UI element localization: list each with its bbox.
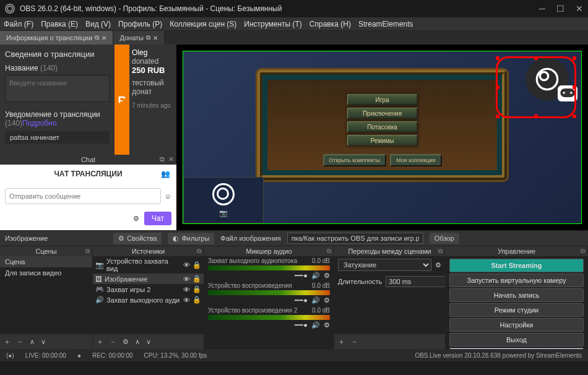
mixer-header[interactable]: Микшер аудио⧉ [204, 246, 334, 256]
mute-button[interactable]: 🔊 [311, 296, 320, 304]
menu-help[interactable]: Справка (H) [309, 20, 351, 28]
visibility-toggle[interactable]: 👁 [183, 286, 190, 293]
properties-button[interactable]: ⚙ Свойства [113, 233, 162, 244]
duration-label: Длительность [338, 278, 382, 285]
preview-area[interactable]: Игра Приключения Потасовка Режимы Открыт… [176, 45, 588, 230]
transitions-header[interactable]: Переходы между сценами⧉ [334, 246, 445, 256]
scene-item[interactable]: Для записи видео [0, 267, 92, 278]
start-virtual-cam-button[interactable]: Запустить виртуальную камеру [449, 274, 584, 287]
add-transition-button[interactable]: ＋ [338, 337, 345, 347]
controls-header[interactable]: Управление⧉ [446, 246, 587, 256]
se-support-button[interactable]: StreamElements Live Support [449, 348, 584, 349]
sources-header[interactable]: Источники⧉ [93, 246, 204, 256]
volume-slider[interactable]: ━━● [295, 272, 308, 280]
visibility-toggle[interactable]: 👁 [183, 296, 190, 304]
source-selection-box[interactable] [496, 56, 576, 118]
popout-icon[interactable]: ⧉ [327, 248, 331, 255]
duration-input[interactable] [386, 276, 445, 287]
popout-icon[interactable]: ⧉ [95, 34, 99, 41]
file-path-input[interactable] [287, 233, 423, 244]
source-props-button[interactable]: ⚙ [123, 338, 129, 346]
mixer-settings-button[interactable]: ⚙ [324, 321, 330, 329]
tab-donations[interactable]: Донаты⧉✕ [113, 31, 165, 45]
hs-brawl-button: Потасовка [347, 121, 418, 132]
menu-tools[interactable]: Инструменты (T) [244, 20, 301, 28]
menu-profile[interactable]: Профиль (P) [118, 20, 162, 28]
source-item[interactable]: Изображение [105, 275, 147, 283]
transition-props-button[interactable]: ⚙ [435, 261, 441, 269]
donation-amount: 250 RUB [132, 66, 174, 75]
popout-icon[interactable]: ⧉ [438, 248, 443, 255]
popout-icon[interactable]: ⧉ [581, 248, 585, 255]
transition-select[interactable]: Затухание [338, 259, 431, 271]
lock-toggle[interactable]: 🔒 [192, 296, 201, 304]
stream-name-input[interactable] [5, 75, 110, 102]
emoji-icon[interactable]: ☺ [165, 192, 171, 200]
scene-down-button[interactable]: ∨ [41, 338, 46, 346]
donation-time: 7 minutes ago [132, 102, 174, 109]
popout-icon[interactable]: ⧉ [146, 34, 150, 41]
mixer-db: 0.0 dB [312, 307, 330, 314]
maximize-button[interactable]: ☐ [556, 4, 564, 14]
mixer-settings-button[interactable]: ⚙ [324, 296, 330, 304]
close-icon[interactable]: ✕ [153, 35, 158, 41]
menu-edit[interactable]: Правка (E) [41, 20, 78, 28]
source-item[interactable]: Захват игры 2 [106, 286, 150, 293]
source-up-button[interactable]: ∧ [135, 338, 140, 346]
chat-message-input[interactable] [5, 188, 161, 204]
popout-icon[interactable]: ⧉ [85, 248, 90, 255]
chat-settings-icon[interactable]: ⚙ [133, 215, 139, 223]
menu-view[interactable]: Вид (V) [85, 20, 111, 28]
name-label: Название [5, 64, 38, 72]
exit-button[interactable]: Выход [449, 333, 584, 347]
scenes-header[interactable]: Сцены⧉ [0, 246, 92, 256]
minimize-button[interactable]: ─ [539, 4, 545, 14]
visibility-toggle[interactable]: 👁 [183, 261, 190, 269]
chat-dock-header[interactable]: Chat⧉✕ [0, 155, 176, 165]
volume-slider[interactable]: ━━● [295, 321, 308, 329]
remove-scene-button[interactable]: － [17, 337, 24, 347]
scene-item[interactable]: Сцена [0, 256, 92, 267]
lock-toggle[interactable]: 🔒 [192, 285, 201, 293]
start-streaming-button[interactable]: Start Streaming [449, 259, 584, 272]
source-item[interactable]: Захват выходного ауди [106, 296, 179, 304]
close-icon[interactable]: ✕ [168, 155, 174, 163]
hs-play-button: Игра [347, 93, 418, 105]
menu-file[interactable]: Файл (F) [4, 20, 33, 28]
popout-icon[interactable]: ⧉ [197, 248, 201, 255]
settings-button[interactable]: Настройки [449, 318, 584, 332]
menu-scene-collection[interactable]: Коллекция сцен (S) [170, 20, 236, 28]
filters-button[interactable]: ◐ Фильтры [168, 233, 214, 244]
source-down-button[interactable]: ∨ [146, 338, 151, 346]
title-bar: OBS 26.0.2 (64-bit, windows) - Профиль: … [0, 0, 588, 17]
close-icon[interactable]: ✕ [102, 35, 106, 41]
sources-list[interactable]: 📷Устройство захвата вид👁🔒 🖼Изображение👁🔒… [93, 256, 204, 334]
mixer-settings-button[interactable]: ⚙ [324, 272, 330, 280]
lock-toggle[interactable]: 🔒 [192, 261, 201, 269]
viewers-icon[interactable]: 👥 [161, 170, 170, 178]
remove-transition-button[interactable]: － [351, 337, 358, 347]
add-scene-button[interactable]: ＋ [4, 337, 11, 347]
volume-slider[interactable]: ━━● [295, 296, 308, 304]
notify-more-link[interactable]: Подробно [22, 119, 57, 127]
start-recording-button[interactable]: Начать запись [449, 288, 584, 302]
studio-mode-button[interactable]: Режим студии [449, 303, 584, 317]
hs-modes-button: Режимы [347, 134, 418, 146]
popout-icon[interactable]: ⧉ [160, 155, 165, 163]
scenes-list[interactable]: Сцена Для записи видео [0, 256, 92, 334]
remove-source-button[interactable]: － [110, 337, 116, 347]
mute-button[interactable]: 🔊 [311, 321, 320, 329]
add-source-button[interactable]: ＋ [97, 337, 103, 347]
chat-send-button[interactable]: Чат [144, 212, 171, 225]
info-heading: Сведения о трансляции [5, 50, 110, 59]
mute-button[interactable]: 🔊 [311, 272, 320, 280]
lock-toggle[interactable]: 🔒 [192, 275, 201, 283]
close-button[interactable]: ✕ [576, 4, 583, 14]
source-item[interactable]: Устройство захвата вид [106, 257, 181, 272]
rec-icon: ● [77, 352, 81, 359]
scene-up-button[interactable]: ∧ [30, 338, 35, 346]
visibility-toggle[interactable]: 👁 [183, 275, 190, 283]
tab-stream-info[interactable]: Информация о трансляции⧉✕ [0, 31, 113, 45]
browse-button[interactable]: Обзор [430, 233, 459, 244]
menu-streamelements[interactable]: StreamElements [358, 20, 413, 28]
